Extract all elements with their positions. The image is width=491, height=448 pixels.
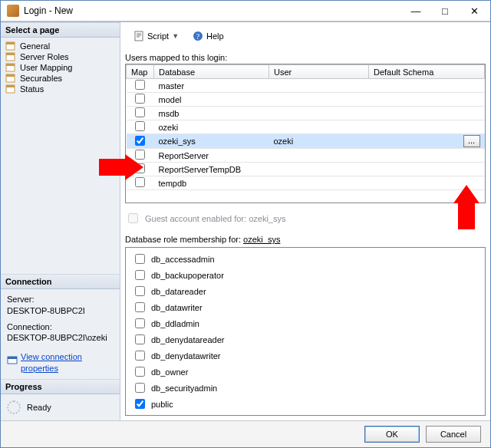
svg-rect-7 [6, 74, 15, 77]
schema-cell: ... [369, 134, 485, 149]
sidebar-item-user-mapping[interactable]: User Mapping [5, 62, 115, 73]
role-checkbox[interactable] [135, 270, 145, 280]
sidebar-item-status[interactable]: Status [5, 84, 115, 94]
cancel-button[interactable]: Cancel [426, 426, 481, 443]
connection-label: Connection: [7, 321, 114, 333]
guest-account-row: Guest account enabled for: ozeki_sys [125, 211, 486, 226]
user-cell [269, 107, 369, 120]
table-row[interactable]: ReportServerTempDB [127, 163, 485, 176]
svg-rect-9 [6, 85, 15, 87]
roles-list[interactable]: db_accessadmindb_backupoperatordb_datare… [125, 247, 486, 416]
schema-cell [369, 163, 485, 176]
role-checkbox[interactable] [135, 367, 145, 377]
col-map[interactable]: Map [127, 65, 154, 79]
role-item[interactable]: db_owner [132, 364, 479, 380]
sidebar-item-label: Server Roles [20, 52, 69, 61]
page-icon [5, 41, 16, 51]
table-row[interactable]: master [127, 79, 485, 93]
role-checkbox[interactable] [135, 351, 145, 361]
ok-button[interactable]: OK [364, 426, 420, 443]
map-checkbox[interactable] [135, 107, 145, 117]
user-cell [269, 149, 369, 163]
close-button[interactable]: ✕ [460, 1, 489, 21]
role-checkbox[interactable] [135, 302, 145, 312]
minimize-button[interactable]: ― [401, 1, 430, 21]
role-item[interactable]: db_denydatareader [132, 331, 479, 348]
map-checkbox[interactable] [135, 136, 145, 146]
caret-down-icon: ▼ [172, 32, 179, 40]
dialog-footer: OK Cancel [1, 420, 490, 447]
database-cell: msdb [154, 107, 269, 120]
page-icon [5, 84, 16, 94]
mappings-label: Users mapped to this login: [125, 53, 486, 62]
role-item[interactable]: db_ddladmin [132, 315, 479, 331]
col-schema[interactable]: Default Schema [369, 65, 485, 79]
database-cell: model [154, 93, 269, 107]
connection-value: DESKTOP-8UBPC2I\ozeki [7, 332, 114, 344]
role-checkbox[interactable] [135, 318, 145, 328]
roles-label: Database role membership for: ozeki_sys [125, 235, 486, 244]
sidebar: Select a page GeneralServer RolesUser Ma… [1, 22, 120, 420]
role-checkbox[interactable] [135, 383, 145, 393]
spinner-icon [7, 400, 21, 414]
help-button[interactable]: ? Help [187, 28, 229, 44]
database-cell: ozeki_sys [154, 134, 269, 149]
schema-browse-button[interactable]: ... [463, 135, 480, 147]
role-item[interactable]: public [132, 396, 479, 412]
role-label: db_backupoperator [151, 271, 224, 280]
database-cell: ozeki [154, 120, 269, 134]
map-checkbox[interactable] [135, 94, 145, 104]
view-connection-properties-link[interactable]: View connection properties [21, 351, 114, 374]
guest-label: Guest account enabled for: ozeki_sys [145, 214, 285, 223]
role-item[interactable]: db_denydatawriter [132, 348, 479, 364]
role-label: db_accessadmin [151, 255, 215, 264]
role-item[interactable]: db_datawriter [132, 299, 479, 315]
user-cell [269, 176, 369, 190]
col-user[interactable]: User [269, 65, 369, 79]
sidebar-item-general[interactable]: General [5, 41, 115, 51]
sidebar-item-server-roles[interactable]: Server Roles [5, 51, 115, 62]
role-checkbox[interactable] [135, 334, 145, 344]
svg-rect-3 [6, 53, 15, 55]
table-row[interactable]: tempdb [127, 176, 485, 190]
table-row[interactable]: ozeki [127, 120, 485, 134]
maximize-button[interactable]: □ [430, 1, 460, 21]
table-row[interactable]: msdb [127, 107, 485, 120]
script-button[interactable]: Script ▼ [128, 28, 184, 44]
role-item[interactable]: db_securityadmin [132, 380, 479, 396]
map-checkbox[interactable] [135, 80, 145, 90]
user-cell [269, 120, 369, 134]
role-item[interactable]: db_datareader [132, 283, 479, 299]
titlebar[interactable]: Login - New ― □ ✕ [1, 1, 490, 21]
mappings-grid[interactable]: Map Database User Default Schema masterm… [125, 64, 486, 203]
login-dialog: Login - New ― □ ✕ Select a page GeneralS… [0, 0, 491, 448]
role-item[interactable]: db_accessadmin [132, 251, 479, 267]
map-checkbox[interactable] [135, 177, 145, 187]
schema-cell [369, 149, 485, 163]
svg-rect-5 [6, 64, 15, 66]
sidebar-item-securables[interactable]: Securables [5, 73, 115, 84]
role-checkbox[interactable] [135, 254, 145, 264]
map-checkbox[interactable] [135, 121, 145, 131]
role-item[interactable]: db_backupoperator [132, 267, 479, 283]
sidebar-item-label: Securables [20, 74, 62, 83]
schema-cell [369, 107, 485, 120]
role-checkbox[interactable] [135, 399, 145, 409]
user-cell: ozeki [269, 134, 369, 149]
col-database[interactable]: Database [154, 65, 269, 79]
role-label: public [151, 400, 173, 409]
progress-panel: Ready [1, 394, 120, 420]
map-checkbox[interactable] [135, 163, 145, 173]
connection-header: Connection [1, 274, 120, 289]
table-row[interactable]: model [127, 93, 485, 107]
map-checkbox[interactable] [135, 150, 145, 160]
table-row[interactable]: ReportServer [127, 149, 485, 163]
script-label: Script [147, 31, 169, 41]
role-checkbox[interactable] [135, 286, 145, 296]
main-panel: Script ▼ ? Help Users mapped to this log… [120, 22, 490, 420]
guest-checkbox [128, 213, 138, 223]
schema-cell [369, 176, 485, 190]
progress-header: Progress [1, 379, 120, 394]
table-row[interactable]: ozeki_sysozeki... [127, 134, 485, 149]
select-page-header: Select a page [1, 22, 120, 38]
